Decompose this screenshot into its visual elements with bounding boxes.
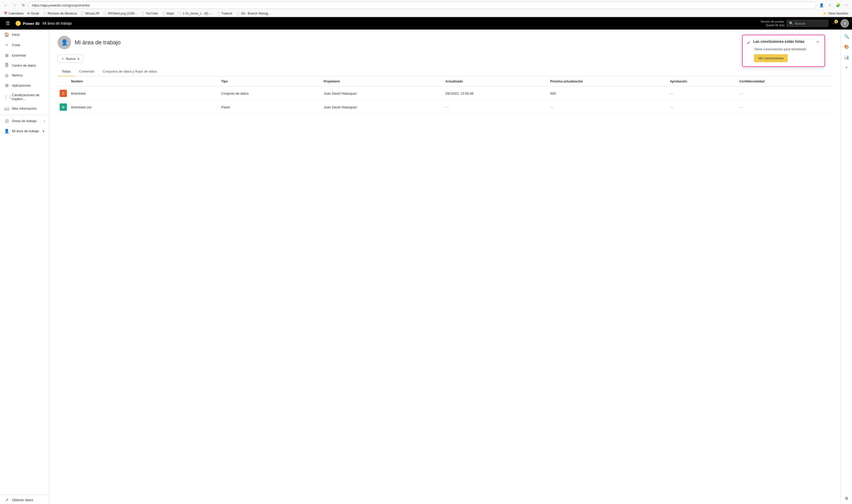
sidebar-item-obtener-datos[interactable]: ↗ Obtener datos xyxy=(0,495,49,504)
right-analytics-btn[interactable]: 📊 xyxy=(842,52,851,62)
new-button[interactable]: ＋ Nuevo ∨ xyxy=(58,54,83,63)
doc-icon: 📄 xyxy=(178,12,182,15)
doc-icon: 📄 xyxy=(42,12,47,15)
more-options-btn[interactable]: ⋯ xyxy=(843,2,850,9)
row-next-update-cell: N/D xyxy=(548,87,668,100)
notification-action-button[interactable]: Ver conclusiones xyxy=(754,54,788,62)
row-type-cell: Panel xyxy=(219,100,322,114)
section-left: ⊡ Áreas de trabajo xyxy=(4,119,37,123)
powerbi-logo-icon: ⚡ xyxy=(16,21,21,26)
back-button[interactable]: ← xyxy=(2,2,9,9)
row-owner-cell: Juan David Velasquez xyxy=(322,87,443,100)
calendar-icon: 📅 xyxy=(4,12,7,15)
schedule-btn[interactable]: ⊡ xyxy=(97,90,104,97)
notification-badge: 1 xyxy=(834,20,838,23)
refresh-button[interactable]: ↻ xyxy=(20,2,27,9)
bookmark-calendario[interactable]: 📅 Calendario xyxy=(2,11,25,16)
row-updated-cell: — xyxy=(443,100,548,114)
notification-close-button[interactable]: × xyxy=(815,39,820,44)
sidebar-item-canalizaciones[interactable]: ⋮⋮ Canalizaciones de implem... xyxy=(0,90,49,104)
trial-line1: Versión de prueba: xyxy=(761,20,784,23)
more-actions-btn[interactable]: ⋯ xyxy=(106,90,113,97)
url-bar[interactable] xyxy=(29,2,816,9)
doc-icon: 📄 xyxy=(80,12,84,15)
new-button-label: Nuevo xyxy=(66,57,76,61)
user-icon: 👤 xyxy=(4,129,9,133)
sidebar-item-label: Crear xyxy=(12,43,20,47)
search-icon: 🔍 xyxy=(789,21,793,25)
bookmark-git[interactable]: 📄 Git - Branch Manag... xyxy=(235,11,272,16)
search-box[interactable]: 🔍 xyxy=(787,20,828,27)
tab-conjuntos[interactable]: Conjuntos de datos y flujos de datos xyxy=(98,67,161,76)
sidebar-divider xyxy=(0,114,49,115)
metrics-icon: ◎ xyxy=(4,73,9,78)
row-next-update-cell: — xyxy=(548,100,668,114)
notification-title: Las conclusiones están listas xyxy=(753,39,813,43)
bookmark-maps[interactable]: 📄 Maps xyxy=(160,11,176,16)
table-row: ⊕ timesheet.csv Panel Juan David Velasqu… xyxy=(58,100,832,114)
search-input[interactable] xyxy=(795,21,826,25)
avatar[interactable]: J xyxy=(840,19,849,28)
top-nav-left: ☰ ⚡ Power BI Mi área de trabajo xyxy=(3,19,72,28)
bookmark-gmail[interactable]: ✉ Gmail xyxy=(26,11,40,16)
sidebar-item-label: Metrics xyxy=(12,73,23,77)
profile-icon-btn[interactable]: 👤 xyxy=(818,2,825,9)
item-name-label: timesheet.csv xyxy=(71,105,92,109)
bookmark-minas[interactable]: 📄 MinasLAP xyxy=(79,11,101,16)
other-favorites: 📁 Otros favoritos xyxy=(822,11,850,16)
chevron-right-icon: › xyxy=(44,119,45,123)
chevron-down-icon: ∨ xyxy=(77,57,80,61)
bookmark-youtube[interactable]: 📄 YouTube xyxy=(139,11,160,16)
sidebar-item-metrics[interactable]: ◎ Metrics xyxy=(0,70,49,80)
right-theme-btn[interactable]: 🎨 xyxy=(842,42,851,51)
hamburger-menu-button[interactable]: ☰ xyxy=(3,19,13,28)
table-header-row: Nombre Tipo Propietario Actualizado Próx… xyxy=(58,76,832,87)
workspace-label: Mi área de trabajo xyxy=(42,21,72,25)
favorites-btn[interactable]: ☆ xyxy=(826,2,833,9)
right-search-btn[interactable]: 🔍 xyxy=(842,32,851,41)
sidebar-item-aplicaciones[interactable]: ⊞ Aplicaciones xyxy=(0,80,49,90)
notification-card: ✓ Las conclusiones están listas × Tiene … xyxy=(742,35,825,67)
app-name-label: Power BI xyxy=(23,21,39,26)
otros-favoritos[interactable]: 📁 Otros favoritos xyxy=(822,11,850,16)
row-owner-cell: Juan David Velasquez xyxy=(322,100,443,114)
right-settings-btn[interactable]: ⚙ xyxy=(842,493,851,503)
bookmark-label: Revision de literatura xyxy=(48,12,77,15)
tab-contenido[interactable]: Contenido xyxy=(75,67,98,76)
sidebar-item-centro-datos[interactable]: 🗄 Centro de datos xyxy=(0,60,49,70)
notification-button[interactable]: ⋯ 1 xyxy=(830,19,838,28)
bookmark-revision[interactable]: 📄 Revision de literatura xyxy=(41,11,78,16)
bookmark-traducir[interactable]: 📄 Traducir xyxy=(215,11,234,16)
refresh-btn[interactable]: ↻ xyxy=(88,90,95,97)
tab-todas[interactable]: Todas xyxy=(58,67,75,76)
data-table: Nombre Tipo Propietario Actualizado Próx… xyxy=(58,76,832,114)
bookmark-label: Otros favoritos xyxy=(828,12,848,15)
sidebar-section-areas[interactable]: ⊡ Áreas de trabajo › xyxy=(0,116,49,126)
notification-body: Tiene conclusiones para timesheet. xyxy=(754,47,820,51)
row-approval-cell: — xyxy=(668,87,738,100)
forward-button[interactable]: → xyxy=(11,2,18,9)
right-add-btn[interactable]: ＋ xyxy=(842,63,851,72)
check-icon: ✓ xyxy=(747,40,750,46)
row-type-cell: Conjunto de datos xyxy=(219,87,322,100)
bookmark-rkward[interactable]: 📄 RKWard.png (1280... xyxy=(102,11,139,16)
sidebar-section-mi-area[interactable]: 👤 Mi área de trabajo ∨ xyxy=(0,126,49,136)
bookmark-label: Git - Branch Manag... xyxy=(241,12,271,15)
sidebar: 🏠 Inicio ＋ Crear ⊞ Examinar 🗄 Centro de … xyxy=(0,30,49,504)
sidebar-item-inicio[interactable]: 🏠 Inicio xyxy=(0,30,49,40)
database-icon: 🗄 xyxy=(4,63,9,68)
col-propietario: Propietario xyxy=(322,76,443,87)
sidebar-item-label: Más información xyxy=(12,107,37,110)
bookmark-keras[interactable]: 📄 1-01_keras_t... (6) -... xyxy=(176,11,214,16)
chevron-down-icon: ∨ xyxy=(42,129,45,133)
col-confidencialidad: Confidencialidad xyxy=(738,76,832,87)
sidebar-item-mas-info[interactable]: 📖 Más información xyxy=(0,104,49,113)
col-nombre: Nombre xyxy=(69,76,219,87)
bookmark-label: RKWard.png (1280... xyxy=(108,12,137,15)
extensions-btn[interactable]: 🧩 xyxy=(834,2,841,9)
pipeline-icon: ⋮⋮ xyxy=(4,95,9,100)
item-name-label: timesheet xyxy=(71,91,86,95)
sidebar-item-crear[interactable]: ＋ Crear xyxy=(0,40,49,50)
sidebar-item-examinar[interactable]: ⊞ Examinar xyxy=(0,50,49,60)
col-actualizado: Actualizado xyxy=(443,76,548,87)
